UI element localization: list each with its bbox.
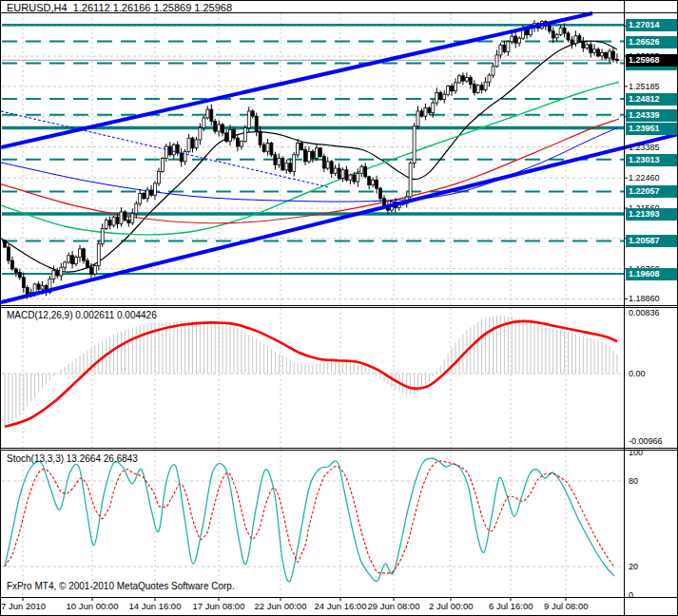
ma-long-blue bbox=[1, 128, 617, 202]
candle-body bbox=[154, 183, 157, 195]
candle-body bbox=[270, 144, 273, 155]
time-axis-label: 10 Jun 00:00 bbox=[67, 601, 119, 611]
price-axis-label: 1.23385 bbox=[629, 142, 678, 153]
candle-body bbox=[436, 93, 438, 104]
candle-body bbox=[428, 107, 431, 112]
candle-body bbox=[297, 144, 300, 155]
candle-body bbox=[229, 129, 232, 141]
candle-body bbox=[416, 111, 419, 126]
candle-body bbox=[4, 241, 7, 247]
candle-body bbox=[124, 212, 126, 221]
candle-body bbox=[443, 94, 446, 99]
time-axis-label: 7 Jun 2010 bbox=[1, 601, 46, 611]
candle-body bbox=[158, 172, 161, 183]
descending-minor bbox=[1, 111, 329, 187]
candle-body bbox=[409, 164, 412, 197]
stoch-indicator-title: Stoch(13,3,3) 13.2664 26.6843 bbox=[7, 453, 138, 464]
candle-body bbox=[79, 249, 82, 258]
candle-body bbox=[146, 190, 149, 199]
stoch-k-line bbox=[5, 458, 614, 582]
candle-body bbox=[218, 125, 221, 131]
candle-body bbox=[187, 138, 190, 151]
price-axis-label: 1.22460 bbox=[629, 172, 678, 183]
candle-body bbox=[455, 83, 457, 91]
candle-body bbox=[83, 249, 86, 260]
candle-body bbox=[548, 26, 551, 31]
candle-body bbox=[511, 36, 513, 42]
candle-body bbox=[143, 194, 145, 199]
time-axis-label: 29 Jun 08:00 bbox=[368, 601, 420, 611]
candle-body bbox=[14, 269, 17, 273]
candle-body bbox=[105, 221, 107, 229]
mt4-chart-window: EURUSD,H4 1.26112 1.26166 1.25869 1.2596… bbox=[0, 0, 678, 616]
candle-body bbox=[255, 116, 258, 131]
candle-body bbox=[345, 170, 348, 181]
candle-body bbox=[334, 168, 337, 173]
candle-body bbox=[574, 36, 577, 44]
candle-body bbox=[293, 155, 296, 172]
candle-body bbox=[33, 284, 36, 293]
candle-body bbox=[278, 158, 281, 164]
candle-body bbox=[364, 166, 367, 177]
candle-body bbox=[68, 256, 70, 262]
candle-body bbox=[251, 111, 254, 116]
candle-body bbox=[101, 229, 104, 244]
candle-body bbox=[567, 33, 570, 40]
candle-body bbox=[432, 103, 435, 113]
candle-body bbox=[590, 45, 592, 53]
time-axis-label: 2 Jul 00:00 bbox=[429, 601, 473, 611]
candle-body bbox=[571, 40, 573, 44]
candle-body bbox=[120, 212, 123, 223]
candle-body bbox=[555, 34, 558, 38]
candle-body bbox=[495, 55, 498, 67]
candle-body bbox=[461, 76, 464, 81]
candle-body bbox=[439, 93, 442, 100]
chart-canvas[interactable] bbox=[1, 1, 678, 616]
candle-body bbox=[563, 28, 566, 33]
stoch-scale-label: 80 bbox=[629, 475, 678, 487]
candle-body bbox=[161, 158, 164, 171]
candle-body bbox=[210, 109, 213, 121]
candle-body bbox=[191, 138, 194, 148]
stoch-scale-label: 100 bbox=[629, 447, 678, 458]
current-price-label: 1.25968 bbox=[626, 54, 677, 67]
candle-body bbox=[281, 158, 284, 169]
candle-body bbox=[597, 49, 600, 56]
candle-body bbox=[368, 177, 371, 185]
candle-body bbox=[473, 85, 475, 93]
candle-body bbox=[307, 151, 310, 162]
candle-body bbox=[75, 258, 78, 264]
candle-body bbox=[172, 144, 175, 155]
stoch-scale-label: 0 bbox=[629, 589, 678, 601]
stoch-d-line bbox=[5, 461, 613, 573]
macd-scale-label: 0.00836 bbox=[629, 307, 678, 318]
candle-body bbox=[451, 86, 454, 90]
time-axis-label: 6 Jul 16:00 bbox=[489, 601, 533, 611]
candle-body bbox=[135, 203, 138, 214]
candle-body bbox=[259, 131, 262, 144]
candle-body bbox=[605, 52, 608, 58]
level-price-label: 1.23013 bbox=[626, 154, 677, 166]
level-price-label: 1.27014 bbox=[626, 19, 677, 31]
candle-body bbox=[240, 142, 242, 146]
candle-body bbox=[304, 150, 307, 162]
candle-body bbox=[93, 265, 96, 274]
level-price-label: 1.26526 bbox=[626, 36, 677, 48]
level-price-label: 1.24339 bbox=[626, 109, 677, 122]
candle-body bbox=[499, 45, 502, 55]
candle-body bbox=[222, 125, 224, 133]
candle-body bbox=[338, 168, 340, 179]
candle-body bbox=[52, 271, 55, 279]
candle-body bbox=[492, 67, 494, 75]
candle-body bbox=[266, 144, 269, 152]
candle-body bbox=[357, 173, 359, 182]
candle-body bbox=[112, 217, 115, 225]
candle-body bbox=[18, 273, 21, 278]
candle-body bbox=[319, 148, 321, 157]
candle-body bbox=[56, 271, 59, 276]
candle-body bbox=[424, 107, 427, 116]
candle-body bbox=[41, 286, 44, 290]
candle-body bbox=[469, 78, 472, 85]
candle-body bbox=[139, 194, 142, 204]
candle-body bbox=[330, 162, 333, 173]
